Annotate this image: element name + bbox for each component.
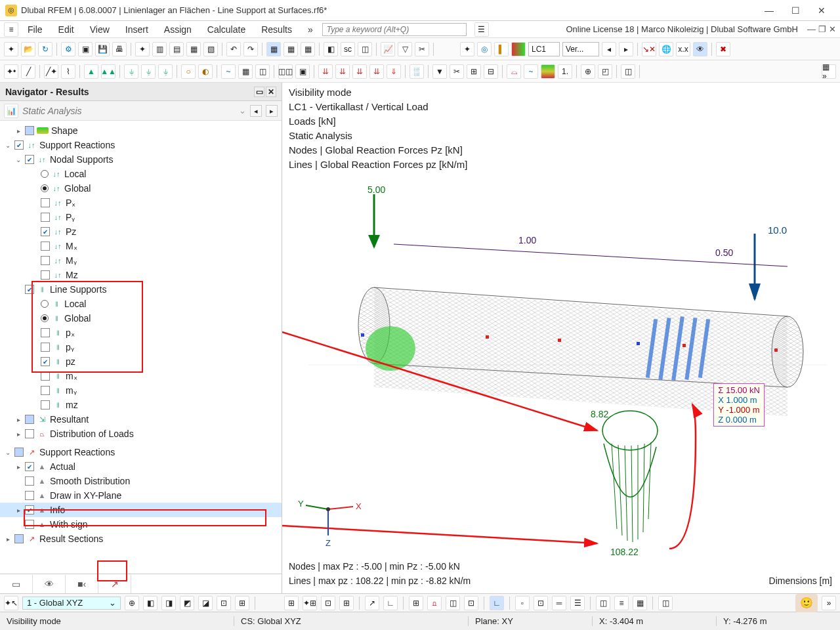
save-icon[interactable]: 💾 bbox=[95, 42, 110, 56]
print-icon[interactable]: 🖶 bbox=[112, 42, 127, 56]
h1-icon[interactable]: ⊞ bbox=[467, 64, 481, 79]
tree-smooth[interactable]: Smooth Distribution bbox=[50, 476, 130, 486]
undock-icon[interactable]: ▭ bbox=[254, 87, 264, 97]
mesh-icon[interactable]: ▦ bbox=[238, 64, 253, 79]
sel-icon[interactable]: ░ bbox=[410, 64, 424, 79]
t3-icon[interactable]: ▤ bbox=[169, 42, 184, 56]
next-analysis[interactable]: ▸ bbox=[266, 105, 278, 117]
snap10-icon[interactable]: ∟ bbox=[490, 596, 504, 610]
nodal-py[interactable]: Pᵧ bbox=[66, 212, 75, 222]
tree-distribution[interactable]: Distribution of Loads bbox=[50, 429, 134, 439]
obj2-icon[interactable]: ⊡ bbox=[534, 596, 548, 610]
tree-result-sections[interactable]: Result Sections bbox=[39, 534, 103, 544]
ext1-icon[interactable]: ⊕ bbox=[581, 64, 595, 79]
bt4-icon[interactable]: ◩ bbox=[180, 596, 194, 610]
arrows2-icon[interactable]: ⇊ bbox=[335, 64, 350, 79]
c2-icon[interactable]: ▣ bbox=[295, 64, 310, 79]
close-panel-icon[interactable]: ✕ bbox=[266, 87, 276, 97]
win-icon[interactable]: ◫ bbox=[358, 42, 372, 56]
funnel-icon[interactable]: ▼ bbox=[432, 64, 447, 79]
bt5-icon[interactable]: ◪ bbox=[198, 596, 213, 610]
filter-icon[interactable]: ▽ bbox=[398, 42, 412, 56]
tree-drawxy[interactable]: Draw in XY-Plane bbox=[50, 490, 121, 501]
cube-icon[interactable]: ◫ bbox=[255, 64, 270, 79]
member-icon[interactable]: ╱✦ bbox=[44, 64, 58, 79]
obj5-icon[interactable]: ◫ bbox=[596, 596, 610, 610]
cut-icon[interactable]: ✂ bbox=[450, 64, 464, 79]
loadcase-combo[interactable]: LC1 bbox=[528, 42, 560, 56]
more2-icon[interactable]: ▦ » bbox=[822, 64, 836, 79]
line-mz[interactable]: mz bbox=[66, 400, 78, 410]
snap8-icon[interactable]: ◫ bbox=[446, 596, 460, 610]
rel2-icon[interactable]: ◐ bbox=[198, 64, 213, 79]
num-icon[interactable]: 1. bbox=[558, 64, 572, 79]
arrows4-icon[interactable]: ⇊ bbox=[369, 64, 384, 79]
line-px[interactable]: pₓ bbox=[66, 327, 75, 338]
arrows3-icon[interactable]: ⇊ bbox=[352, 64, 367, 79]
menu-calculate[interactable]: Calculate bbox=[201, 23, 252, 36]
target-icon[interactable]: ◎ bbox=[477, 42, 492, 56]
tree-line-supports[interactable]: Line Supports bbox=[50, 284, 106, 295]
tree-nodal-supports[interactable]: Nodal Supports bbox=[50, 154, 114, 165]
sup1-icon[interactable]: ⏚ bbox=[124, 64, 138, 79]
layers-icon[interactable]: ▣ bbox=[78, 42, 93, 56]
tree-withsign[interactable]: With sign bbox=[50, 519, 88, 530]
t4-icon[interactable]: ▦ bbox=[186, 42, 201, 56]
grid1-icon[interactable]: ▦ bbox=[266, 42, 281, 56]
nav-tab-results[interactable]: ↗ bbox=[98, 575, 131, 593]
nodal-mx[interactable]: Mₓ bbox=[66, 241, 77, 251]
nav-tab-views[interactable]: 👁 bbox=[33, 575, 66, 593]
deform-icon[interactable]: ~ bbox=[524, 64, 538, 79]
tree-info[interactable]: Info bbox=[50, 505, 65, 515]
prev-lc-icon[interactable]: ◂ bbox=[602, 42, 616, 56]
line-global[interactable]: Global bbox=[64, 313, 91, 324]
snap6-icon[interactable]: ∟ bbox=[383, 596, 398, 610]
bt7-icon[interactable]: ⊞ bbox=[235, 596, 249, 610]
plot-icon[interactable]: 📈 bbox=[381, 42, 395, 56]
analysis-dropdown[interactable]: Static Analysis bbox=[22, 106, 235, 116]
tree-resultant[interactable]: Resultant bbox=[50, 414, 89, 425]
undo-icon[interactable]: ↶ bbox=[226, 42, 241, 56]
nodal-global[interactable]: Global bbox=[64, 183, 91, 194]
obj1-icon[interactable]: ▫ bbox=[515, 596, 530, 610]
tree2-icon[interactable]: ▲▲ bbox=[101, 64, 116, 79]
tree-sr2[interactable]: Support Reactions bbox=[39, 447, 115, 457]
nodal-mz[interactable]: Mz bbox=[66, 270, 78, 280]
obj6-icon[interactable]: ≡ bbox=[614, 596, 629, 610]
line-pz[interactable]: pz bbox=[66, 356, 75, 367]
app-menu-icon[interactable]: ≡ bbox=[4, 22, 18, 37]
minimize-button[interactable]: — bbox=[756, 5, 782, 16]
sub-close[interactable]: ✕ bbox=[829, 24, 836, 34]
line-mx[interactable]: mₓ bbox=[66, 371, 77, 381]
view-combo[interactable]: 1 - Global XYZ⌄ bbox=[22, 597, 121, 610]
bt3-icon[interactable]: ◨ bbox=[161, 596, 176, 610]
version-combo[interactable]: Ver... bbox=[562, 42, 599, 56]
obj4-icon[interactable]: ☰ bbox=[570, 596, 585, 610]
snap3-icon[interactable]: ⊡ bbox=[321, 596, 335, 610]
license-icon[interactable]: ☰ bbox=[474, 22, 489, 37]
bt2-icon[interactable]: ◧ bbox=[143, 596, 158, 610]
bar-icon[interactable]: ▌ bbox=[494, 42, 509, 56]
sub-restore[interactable]: ❐ bbox=[818, 24, 826, 34]
grad-icon[interactable] bbox=[511, 42, 526, 56]
menu-results[interactable]: Results bbox=[255, 23, 299, 36]
sup2-icon[interactable]: ⏚ bbox=[141, 64, 156, 79]
tree1-icon[interactable]: ▲ bbox=[84, 64, 98, 79]
menu-edit[interactable]: Edit bbox=[52, 23, 81, 36]
menu-more[interactable]: » bbox=[301, 23, 320, 36]
snap9-icon[interactable]: ⊡ bbox=[464, 596, 478, 610]
cursor-icon[interactable]: ✦↖ bbox=[4, 596, 18, 610]
nodal-local[interactable]: Local bbox=[64, 169, 86, 179]
menu-assign[interactable]: Assign bbox=[158, 23, 198, 36]
rel1-icon[interactable]: ○ bbox=[181, 64, 196, 79]
arrows1-icon[interactable]: ⇊ bbox=[318, 64, 333, 79]
line-local[interactable]: Local bbox=[64, 299, 86, 309]
tree-shape[interactable]: Shape bbox=[51, 125, 77, 136]
xxx-icon[interactable]: x.x bbox=[676, 42, 690, 56]
analysis-icon[interactable]: 📊 bbox=[4, 104, 18, 118]
tree-actual[interactable]: Actual bbox=[50, 461, 75, 472]
redo-icon[interactable]: ↷ bbox=[243, 42, 258, 56]
refresh-icon[interactable]: ↻ bbox=[38, 42, 52, 56]
render2-icon[interactable]: ◫ bbox=[658, 596, 673, 610]
prev-analysis[interactable]: ◂ bbox=[250, 105, 262, 117]
